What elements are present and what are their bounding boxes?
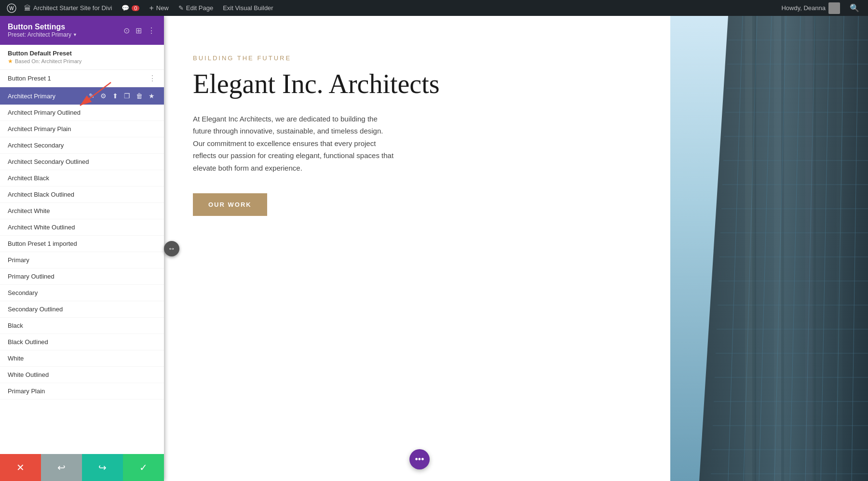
- settings-preset-icon[interactable]: ⚙: [99, 91, 108, 101]
- resize-handle[interactable]: ↔: [164, 241, 179, 256]
- resize-icon: ↔: [168, 244, 176, 253]
- undo-button[interactable]: ↩: [41, 454, 82, 481]
- left-panel: Button Settings Preset: Architect Primar…: [0, 16, 164, 481]
- more-options-icon[interactable]: ⋮: [147, 25, 156, 36]
- cancel-icon: ✕: [16, 462, 25, 473]
- edit-page-link[interactable]: ✎ Edit Page: [174, 0, 218, 16]
- preset-item-12[interactable]: Secondary Outlined: [0, 301, 164, 318]
- star-icon: ★: [8, 58, 13, 65]
- fab-dots-icon: •••: [415, 454, 424, 465]
- default-preset-title: Button Default Preset: [8, 50, 156, 57]
- pencil-icon: ✎: [178, 4, 184, 12]
- redo-icon: ↪: [98, 462, 107, 473]
- preset-item-17[interactable]: Primary Plain: [0, 383, 164, 400]
- preset-1-more-icon[interactable]: ⋮: [149, 74, 156, 83]
- main-layout: Button Settings Preset: Architect Primar…: [0, 16, 868, 481]
- edit-preset-icon[interactable]: ✎: [87, 91, 96, 101]
- fab-button[interactable]: •••: [409, 449, 430, 469]
- building-image: [670, 16, 868, 481]
- focus-icon[interactable]: ⊙: [122, 25, 131, 36]
- save-button[interactable]: ✓: [123, 454, 164, 481]
- comments-link[interactable]: 💬 0: [117, 0, 144, 16]
- search-button[interactable]: 🔍: [845, 3, 864, 13]
- panel-header-left: Button Settings Preset: Architect Primar…: [8, 23, 77, 38]
- preset-item-11[interactable]: Secondary: [0, 285, 164, 301]
- preset-item-1[interactable]: Architect Primary Plain: [0, 121, 164, 137]
- svg-rect-37: [752, 16, 756, 481]
- svg-rect-34: [774, 16, 781, 481]
- howdy-text: Howdy, Deanna: [776, 2, 845, 14]
- preset-action-icons: ✎ ⚙ ⬆ ❐ 🗑 ★: [87, 91, 156, 101]
- preset-item-10[interactable]: Primary Outlined: [0, 268, 164, 285]
- undo-icon: ↩: [57, 462, 66, 473]
- comment-icon: 💬: [122, 4, 129, 12]
- new-content-link[interactable]: + New: [144, 0, 173, 16]
- upload-preset-icon[interactable]: ⬆: [111, 91, 120, 101]
- panel-title: Button Settings: [8, 23, 77, 31]
- image-panel: [670, 16, 868, 481]
- preset-item-15[interactable]: White: [0, 350, 164, 367]
- copy-preset-icon[interactable]: ❐: [122, 91, 132, 101]
- star-preset-icon[interactable]: ★: [147, 91, 156, 101]
- preset-item-16[interactable]: White Outlined: [0, 367, 164, 383]
- svg-rect-39: [813, 16, 816, 481]
- preset-item-6[interactable]: Architect White: [0, 203, 164, 219]
- columns-icon[interactable]: ⊞: [135, 25, 143, 36]
- preset-item-13[interactable]: Black: [0, 318, 164, 334]
- wp-admin-bar: W 🏛 Architect Starter Site for Divi 💬 0 …: [0, 0, 868, 16]
- page-description: At Elegant Inc Architects, we are dedica…: [193, 113, 395, 174]
- preset-item-8[interactable]: Button Preset 1 imported: [0, 236, 164, 252]
- preset-items-container: Architect Primary OutlinedArchitect Prim…: [0, 105, 164, 400]
- svg-rect-38: [781, 16, 784, 481]
- preset-item-9[interactable]: Primary: [0, 252, 164, 268]
- page-inner: BUILDING THE FUTURE Elegant Inc. Archite…: [164, 16, 675, 245]
- panel-header: Button Settings Preset: Architect Primar…: [0, 16, 164, 45]
- preset-item-7[interactable]: Architect White Outlined: [0, 219, 164, 236]
- page-preview: BUILDING THE FUTURE Elegant Inc. Archite…: [164, 16, 868, 481]
- wp-logo[interactable]: W: [4, 0, 19, 16]
- cancel-button[interactable]: ✕: [0, 454, 41, 481]
- save-icon: ✓: [139, 462, 148, 473]
- exit-builder-link[interactable]: Exit Visual Builder: [218, 0, 278, 16]
- site-name-link[interactable]: 🏛 Architect Starter Site for Divi: [19, 0, 117, 16]
- default-preset-sub: ★ Based On: Architect Primary: [8, 58, 156, 65]
- architect-site-icon: 🏛: [24, 4, 31, 12]
- preset-list-container: Button Default Preset ★ Based On: Archit…: [0, 45, 164, 454]
- preset-dropdown[interactable]: Preset: Architect Primary: [8, 31, 77, 38]
- default-preset-section: Button Default Preset ★ Based On: Archit…: [0, 45, 164, 70]
- bottom-toolbar: ✕ ↩ ↪ ✓: [0, 454, 164, 481]
- redo-button[interactable]: ↪: [82, 454, 123, 481]
- page-subtitle: BUILDING THE FUTURE: [193, 54, 646, 62]
- button-preset-1-row[interactable]: Button Preset 1 ⋮: [0, 70, 164, 87]
- preset-item-2[interactable]: Architect Secondary: [0, 137, 164, 154]
- preset-item-5[interactable]: Architect Black Outlined: [0, 187, 164, 203]
- button-preset-1-label: Button Preset 1: [8, 75, 51, 82]
- preset-item-0[interactable]: Architect Primary Outlined: [0, 105, 164, 121]
- preset-item-4[interactable]: Architect Black: [0, 170, 164, 187]
- our-work-button[interactable]: OUR WORK: [193, 193, 267, 216]
- active-preset-label: Architect Primary: [8, 93, 87, 100]
- svg-text:W: W: [9, 6, 14, 11]
- plus-icon: +: [149, 4, 153, 13]
- active-preset-row[interactable]: Architect Primary ✎ ⚙ ⬆ ❐ 🗑 ★: [0, 87, 164, 105]
- page-content-area: BUILDING THE FUTURE Elegant Inc. Archite…: [164, 16, 675, 481]
- panel-header-right: ⊙ ⊞ ⋮: [122, 25, 156, 36]
- svg-rect-36: [837, 16, 842, 481]
- delete-preset-icon[interactable]: 🗑: [135, 91, 144, 101]
- user-avatar: [828, 2, 840, 14]
- preset-item-14[interactable]: Black Outlined: [0, 334, 164, 350]
- preset-item-3[interactable]: Architect Secondary Outlined: [0, 154, 164, 170]
- page-title: Elegant Inc. Architects: [193, 69, 646, 99]
